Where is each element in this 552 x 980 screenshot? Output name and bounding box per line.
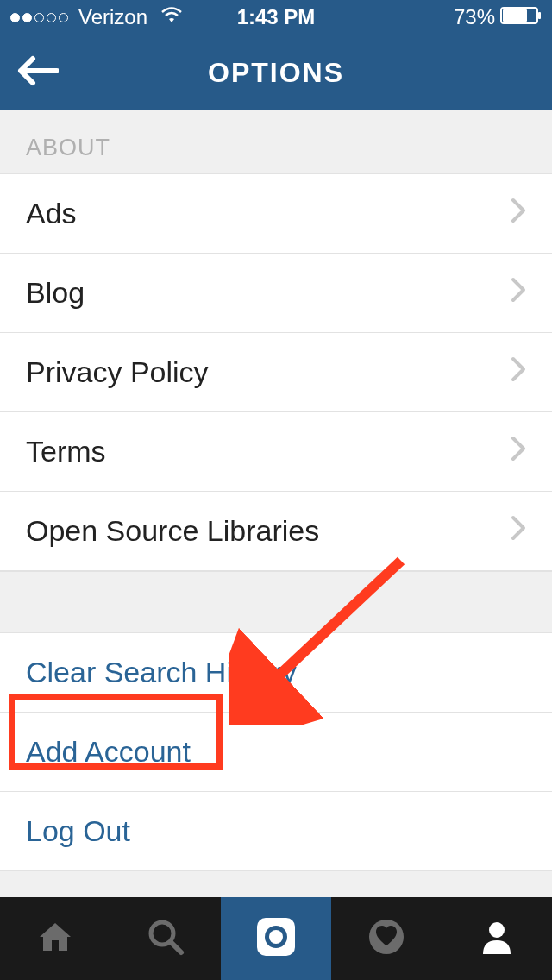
svg-point-11 xyxy=(489,922,505,938)
list-item-label: Blog xyxy=(26,276,85,310)
terms-item[interactable]: Terms xyxy=(0,412,552,492)
chevron-right-icon xyxy=(511,197,526,230)
tab-bar xyxy=(0,897,552,980)
tab-search[interactable] xyxy=(110,897,221,980)
tab-home[interactable] xyxy=(0,897,110,980)
list-item-label: Clear Search History xyxy=(26,656,297,689)
status-left: Verizon xyxy=(10,5,184,29)
list-item-label: Privacy Policy xyxy=(26,355,209,389)
status-right: 73% xyxy=(454,5,542,29)
clear-search-history-item[interactable]: Clear Search History xyxy=(0,633,552,713)
list-item-label: Open Source Libraries xyxy=(26,514,319,548)
page-title: OPTIONS xyxy=(0,57,552,89)
camera-icon xyxy=(252,913,300,964)
battery-icon xyxy=(500,5,542,29)
chevron-right-icon xyxy=(511,514,526,548)
chevron-right-icon xyxy=(511,355,526,389)
tab-camera[interactable] xyxy=(221,897,331,980)
search-icon xyxy=(145,916,186,961)
privacy-policy-item[interactable]: Privacy Policy xyxy=(0,333,552,412)
tab-activity[interactable] xyxy=(331,897,442,980)
back-button[interactable] xyxy=(17,55,59,90)
status-time: 1:43 PM xyxy=(237,5,316,29)
blog-item[interactable]: Blog xyxy=(0,254,552,333)
list-item-label: Terms xyxy=(26,435,106,468)
nav-bar: OPTIONS xyxy=(0,35,552,110)
home-icon xyxy=(34,916,76,961)
about-section-header: ABOUT xyxy=(0,110,552,173)
list-item-label: Log Out xyxy=(26,814,130,848)
list-item-label: Add Account xyxy=(26,735,191,769)
add-account-item[interactable]: Add Account xyxy=(0,713,552,792)
svg-rect-1 xyxy=(503,9,527,22)
signal-strength-icon xyxy=(10,13,68,22)
section-gap xyxy=(0,571,552,633)
heart-icon xyxy=(366,916,407,961)
profile-icon xyxy=(478,918,516,959)
battery-percent: 73% xyxy=(454,5,495,29)
list-item-label: Ads xyxy=(26,197,77,230)
chevron-right-icon xyxy=(511,435,526,468)
status-bar: Verizon 1:43 PM 73% xyxy=(0,0,552,35)
chevron-right-icon xyxy=(511,276,526,310)
svg-rect-2 xyxy=(538,12,541,19)
open-source-libraries-item[interactable]: Open Source Libraries xyxy=(0,492,552,571)
svg-point-9 xyxy=(269,930,283,944)
carrier-label: Verizon xyxy=(78,5,147,29)
wifi-icon xyxy=(160,5,184,29)
tab-profile[interactable] xyxy=(442,897,552,980)
log-out-item[interactable]: Log Out xyxy=(0,792,552,871)
svg-line-6 xyxy=(171,942,181,952)
ads-item[interactable]: Ads xyxy=(0,173,552,254)
